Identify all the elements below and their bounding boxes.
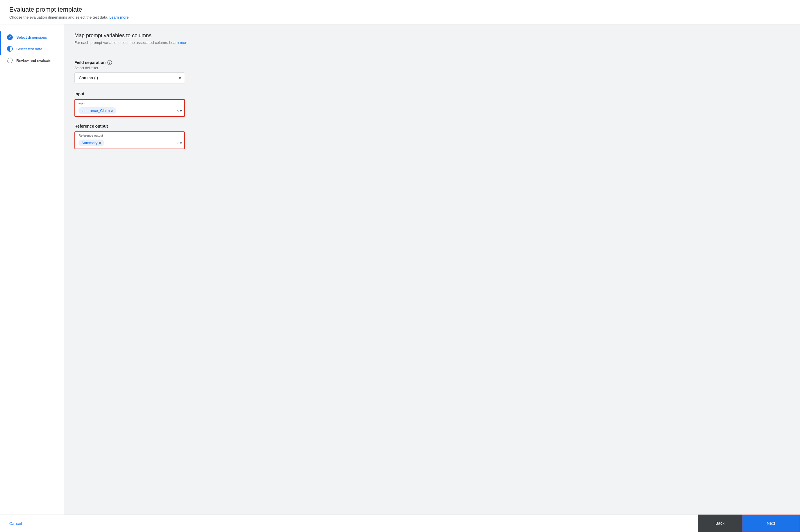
input-variable-label: input xyxy=(75,100,184,106)
input-variable-section: Input input Insurance_Claim × × ▾ xyxy=(74,92,789,117)
sidebar-label-select-dimensions: Select dimensions xyxy=(16,35,47,40)
delimiter-select[interactable]: Comma (,) ▾ xyxy=(74,72,185,83)
step-icon-pending xyxy=(7,58,13,63)
reference-output-tag-value: Summary xyxy=(81,141,98,145)
map-learn-more-link[interactable]: Learn more xyxy=(169,40,188,45)
footer: Cancel Back Next xyxy=(0,515,800,532)
reference-output-clear-icon[interactable]: × xyxy=(176,141,179,145)
reference-output-selected-tag[interactable]: Summary × xyxy=(78,139,104,146)
sidebar-item-select-test-data[interactable]: Select test data xyxy=(0,43,64,55)
page-title: Evaluate prompt template xyxy=(9,6,791,13)
map-section-title: Map prompt variables to columns xyxy=(74,33,789,39)
input-select-inner: Insurance_Claim × × ▾ xyxy=(75,106,184,116)
reference-output-select-arrows[interactable]: × ▾ xyxy=(176,141,182,145)
sidebar: ✓ Select dimensions Select test data Rev… xyxy=(0,24,64,515)
sidebar-label-select-test-data: Select test data xyxy=(16,47,42,51)
sidebar-item-review-and-evaluate[interactable]: Review and evaluate xyxy=(0,55,64,66)
reference-output-tag-close-icon[interactable]: × xyxy=(99,141,101,145)
sidebar-item-select-dimensions[interactable]: ✓ Select dimensions xyxy=(0,32,64,43)
sidebar-label-review-and-evaluate: Review and evaluate xyxy=(16,58,52,63)
map-section-subtitle: For each prompt variable, select the ass… xyxy=(74,40,789,45)
reference-output-variable-label: Reference output xyxy=(75,132,184,138)
content-area: Map prompt variables to columns For each… xyxy=(64,24,800,515)
input-variable-select-wrapper: input Insurance_Claim × × ▾ xyxy=(74,99,185,117)
reference-output-select-inner: Summary × × ▾ xyxy=(75,138,184,149)
input-select-arrows[interactable]: × ▾ xyxy=(176,109,182,113)
input-section-title: Input xyxy=(74,92,789,96)
delimiter-selected-value: Comma (,) xyxy=(79,76,98,80)
reference-output-title: Reference output xyxy=(74,124,789,129)
select-delimiter-label: Select delimiter xyxy=(74,66,789,70)
input-chevron-icon[interactable]: ▾ xyxy=(180,109,182,113)
main-content: ✓ Select dimensions Select test data Rev… xyxy=(0,24,800,515)
delimiter-select-container: Comma (,) ▾ xyxy=(74,72,185,83)
learn-more-link[interactable]: Learn more xyxy=(109,15,129,19)
reference-output-chevron-icon[interactable]: ▾ xyxy=(180,141,182,145)
field-separation-info-icon[interactable]: i xyxy=(107,60,112,65)
field-separation-label: Field separation i xyxy=(74,60,789,65)
back-button[interactable]: Back xyxy=(698,515,742,532)
reference-output-section: Reference output Reference output Summar… xyxy=(74,124,789,149)
field-separation-group: Field separation i Select delimiter Comm… xyxy=(74,60,789,83)
step-icon-in-progress xyxy=(7,46,13,52)
input-selected-tag[interactable]: Insurance_Claim × xyxy=(78,107,116,114)
input-tag-value: Insurance_Claim xyxy=(81,109,110,113)
step-icon-completed: ✓ xyxy=(7,34,13,40)
delimiter-chevron-icon: ▾ xyxy=(179,75,181,81)
input-tag-close-icon[interactable]: × xyxy=(111,109,113,113)
page-header: Evaluate prompt template Choose the eval… xyxy=(0,0,800,24)
input-clear-icon[interactable]: × xyxy=(176,109,179,113)
reference-output-select-wrapper: Reference output Summary × × ▾ xyxy=(74,131,185,149)
page-subtitle: Choose the evaluation dimensions and sel… xyxy=(9,15,791,19)
next-button[interactable]: Next xyxy=(742,515,800,532)
cancel-button[interactable]: Cancel xyxy=(0,515,698,532)
section-divider xyxy=(74,53,789,53)
